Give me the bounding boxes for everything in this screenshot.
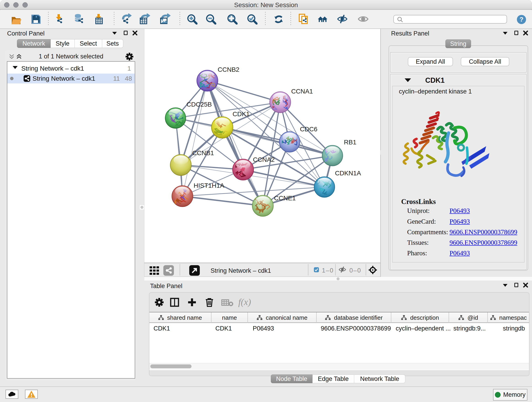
svg-text:CDKN1A: CDKN1A	[335, 170, 361, 177]
svg-text:HIST1H1A: HIST1H1A	[194, 182, 224, 189]
svg-text:CCNB1: CCNB1	[192, 149, 214, 157]
svg-text:CDC25B: CDC25B	[186, 101, 212, 108]
svg-text:CCNA1: CCNA1	[291, 88, 313, 95]
svg-text:RB1: RB1	[344, 139, 356, 146]
svg-text:CCNA2: CCNA2	[253, 156, 275, 163]
svg-text:CDK1: CDK1	[233, 110, 250, 118]
svg-text:CCNE1: CCNE1	[274, 195, 296, 202]
svg-text:CDC6: CDC6	[300, 126, 317, 133]
svg-text:CCNB2: CCNB2	[218, 66, 239, 73]
